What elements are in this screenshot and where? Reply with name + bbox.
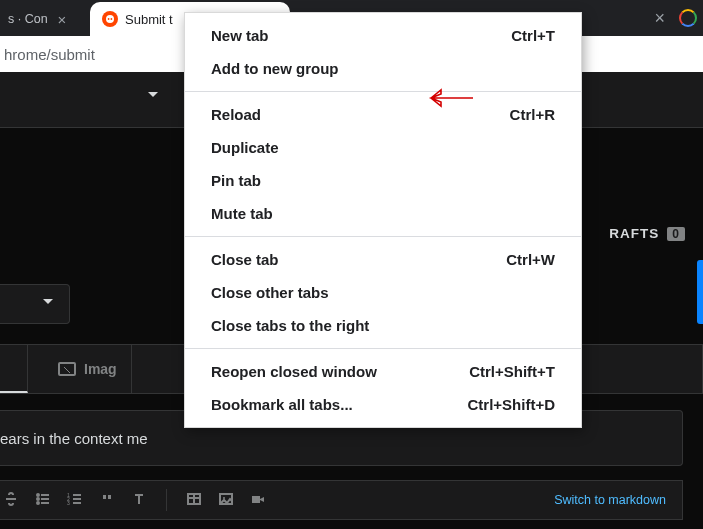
context-menu-item[interactable]: Close other tabs [185, 276, 581, 309]
context-menu-item[interactable]: Close tabCtrl+W [185, 243, 581, 276]
drafts-button[interactable]: RAFTS 0 [609, 226, 685, 241]
context-menu-label: Bookmark all tabs... [211, 396, 353, 413]
svg-text:3: 3 [67, 500, 70, 506]
chrome-icon[interactable] [679, 9, 697, 27]
svg-point-1 [108, 18, 110, 20]
annotation-arrow [419, 85, 473, 111]
close-icon[interactable]: × [55, 11, 70, 28]
context-menu-label: Pin tab [211, 172, 261, 189]
browser-tab-inactive[interactable]: s · Con × [0, 2, 90, 36]
context-menu-item[interactable]: Reopen closed windowCtrl+Shift+T [185, 355, 581, 388]
svg-rect-12 [252, 496, 260, 503]
toolbar-divider [166, 489, 167, 511]
image-icon [58, 362, 76, 376]
drafts-count: 0 [667, 227, 685, 241]
post-tab-image[interactable]: Imag [28, 345, 132, 393]
tab-title: s · Con [8, 12, 48, 26]
context-menu-shortcut: Ctrl+Shift+D [467, 396, 555, 413]
context-menu-shortcut: Ctrl+R [510, 106, 555, 123]
editor-toolbar: 123 Switch to markdown [0, 480, 683, 520]
context-menu-separator [185, 91, 581, 92]
svg-point-3 [37, 494, 39, 496]
tabstrip-right-controls: × [654, 0, 703, 36]
svg-point-4 [37, 498, 39, 500]
post-title-text: ears in the context me [0, 430, 148, 447]
tab-context-menu: New tabCtrl+TAdd to new groupReloadCtrl+… [184, 12, 582, 428]
context-menu-label: Mute tab [211, 205, 273, 222]
bullet-list-icon[interactable] [34, 491, 52, 510]
context-menu-item[interactable]: Duplicate [185, 131, 581, 164]
svg-point-2 [111, 18, 113, 20]
drafts-label: RAFTS [609, 226, 659, 241]
community-selector[interactable] [0, 284, 70, 324]
strike-icon[interactable] [2, 491, 20, 510]
post-tab-label: Imag [84, 361, 117, 377]
context-menu-item[interactable]: Add to new group [185, 52, 581, 85]
context-menu-label: New tab [211, 27, 269, 44]
context-menu-shortcut: Ctrl+T [511, 27, 555, 44]
context-menu-item[interactable]: Mute tab [185, 197, 581, 230]
context-menu-label: Duplicate [211, 139, 279, 156]
close-icon[interactable]: × [654, 8, 665, 29]
tab-title: Submit t [125, 12, 173, 27]
numbered-list-icon[interactable]: 123 [66, 491, 84, 510]
url-fragment: hrome/submit [4, 46, 95, 63]
switch-markdown-link[interactable]: Switch to markdown [554, 493, 666, 507]
text-icon[interactable] [130, 491, 148, 510]
svg-point-5 [37, 502, 39, 504]
context-menu-label: Reopen closed window [211, 363, 377, 380]
image-icon[interactable] [217, 491, 235, 510]
context-menu-shortcut: Ctrl+W [506, 251, 555, 268]
quote-icon[interactable] [98, 491, 116, 510]
context-menu-item[interactable]: Bookmark all tabs...Ctrl+Shift+D [185, 388, 581, 421]
context-menu-separator [185, 348, 581, 349]
post-tab-post[interactable] [0, 345, 28, 393]
table-icon[interactable] [185, 491, 203, 510]
chevron-down-icon [43, 299, 53, 304]
context-menu-separator [185, 236, 581, 237]
context-menu-item[interactable]: ReloadCtrl+R [185, 98, 581, 131]
context-menu-item[interactable]: Close tabs to the right [185, 309, 581, 342]
reddit-icon [102, 11, 118, 27]
context-menu-label: Add to new group [211, 60, 338, 77]
scrollbar-thumb[interactable] [697, 260, 703, 324]
context-menu-item[interactable]: New tabCtrl+T [185, 19, 581, 52]
context-menu-label: Close tabs to the right [211, 317, 369, 334]
svg-point-0 [106, 15, 114, 23]
chevron-down-icon[interactable] [148, 92, 158, 97]
context-menu-label: Close other tabs [211, 284, 329, 301]
context-menu-shortcut: Ctrl+Shift+T [469, 363, 555, 380]
video-icon[interactable] [249, 491, 267, 510]
context-menu-item[interactable]: Pin tab [185, 164, 581, 197]
context-menu-label: Close tab [211, 251, 279, 268]
context-menu-label: Reload [211, 106, 261, 123]
